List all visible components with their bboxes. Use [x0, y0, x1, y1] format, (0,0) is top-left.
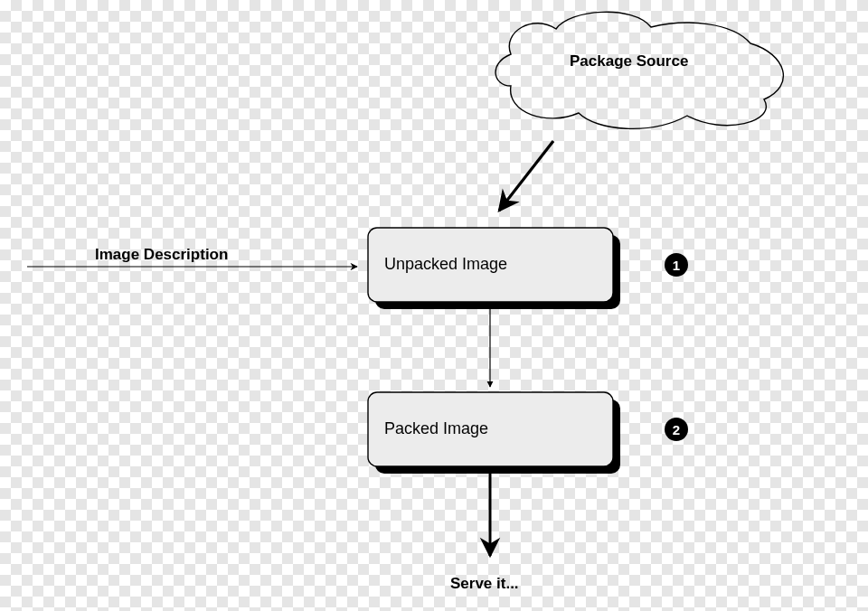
- unpacked-image-label: Unpacked Image: [384, 255, 507, 274]
- step-badge-2-text: 2: [673, 422, 680, 437]
- packed-image-label: Packed Image: [384, 419, 488, 438]
- step-badge-1: 1: [665, 253, 688, 277]
- step-badge-1-text: 1: [673, 258, 680, 273]
- arrow-source-to-unpacked: [499, 141, 553, 211]
- diagram-canvas: Package Source Image Description Unpacke…: [0, 0, 868, 611]
- step-badge-2: 2: [665, 418, 688, 441]
- serve-it-label: Serve it...: [450, 575, 519, 593]
- image-description-label: Image Description: [95, 246, 228, 264]
- diagram-svg: [0, 0, 868, 611]
- package-source-label: Package Source: [570, 52, 688, 70]
